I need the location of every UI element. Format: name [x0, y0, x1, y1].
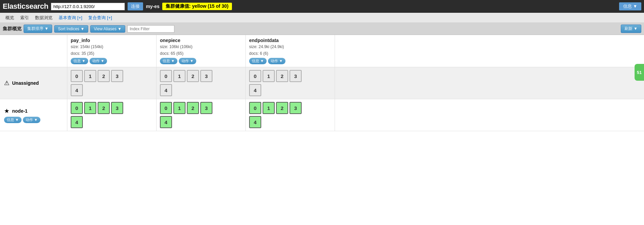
shard-box: 0: [249, 70, 261, 82]
shard-box: 2: [187, 102, 199, 114]
shard-box: 0: [71, 70, 83, 82]
app-title: Elasticsearch: [3, 2, 48, 11]
shard-box: 1: [173, 102, 185, 114]
node1-name: node-1: [12, 108, 28, 114]
health-badge: 集群健康值: yellow (15 of 30): [162, 3, 232, 10]
pay-info-node1-shards: 0 1 2 3 4: [67, 99, 157, 131]
pay-info-unassigned-shards: 0 1 2 3 4: [67, 67, 157, 99]
endpointdata-node1-secondary: 4: [249, 116, 331, 128]
shard-box: 0: [160, 102, 172, 114]
shard-box: 2: [187, 70, 199, 82]
nav-complex-query[interactable]: 复合查询 [+]: [86, 13, 114, 22]
pay-info-unassigned-primary: 0 1 2 3: [71, 70, 153, 82]
shard-box: 1: [263, 70, 275, 82]
top-bar: Elasticsearch 连接 my-es 集群健康值: yellow (15…: [0, 0, 644, 13]
shard-box: 3: [200, 102, 212, 114]
unassigned-node-cell: ⚠ Unassigned: [0, 67, 67, 99]
warning-icon: ⚠: [4, 79, 9, 87]
star-icon: ★: [4, 107, 9, 115]
shard-box: 4: [249, 116, 261, 128]
shard-box: 3: [290, 70, 302, 82]
shard-box: 0: [160, 70, 172, 82]
index-name-endpointdata: endpointdata: [249, 38, 331, 43]
index-actions-onepiece: 信息 ▼ 动作 ▼: [160, 58, 242, 64]
node-label-col: [0, 35, 67, 67]
node1-actions: 信息 ▼ 动作 ▼: [4, 117, 40, 123]
view-aliases-button[interactable]: View Aliases ▼: [90, 25, 125, 33]
connect-button[interactable]: 连接: [128, 2, 143, 10]
pay-info-action-btn[interactable]: 动作 ▼: [90, 58, 107, 64]
pay-info-node1-secondary: 4: [71, 116, 153, 128]
endpointdata-unassigned-secondary: 4: [249, 84, 331, 96]
onepiece-node1-primary: 0 1 2 3: [160, 102, 242, 114]
index-docs-onepiece: docs: 65 (65): [160, 50, 242, 57]
shard-box: 3: [111, 102, 123, 114]
shard-box: 1: [173, 70, 185, 82]
onepiece-unassigned-secondary: 4: [160, 84, 242, 96]
index-filter-input[interactable]: [127, 25, 174, 33]
shard-box: 4: [160, 84, 172, 96]
shard-box: 1: [84, 70, 96, 82]
shard-box: 4: [71, 84, 83, 96]
onepiece-unassigned-shards: 0 1 2 3 4: [157, 67, 246, 99]
nav-bar: 概览 索引 数据浏览 基本查询 [+] 复合查询 [+]: [0, 13, 644, 23]
pay-info-node1-primary: 0 1 2 3: [71, 102, 153, 114]
index-actions-endpointdata: 信息 ▼ 动作 ▼: [249, 58, 331, 64]
endpointdata-node1-primary: 0 1 2 3: [249, 102, 331, 114]
nav-overview[interactable]: 概览: [3, 13, 17, 22]
shard-box: 0: [71, 102, 83, 114]
shard-box: 4: [249, 84, 261, 96]
endpointdata-unassigned-shards: 0 1 2 3 4: [246, 67, 335, 99]
shard-box: 3: [111, 70, 123, 82]
index-name-onepiece: onepiece: [160, 38, 242, 43]
cluster-sort-button[interactable]: 集群排序 ▼: [24, 25, 52, 33]
onepiece-node1-secondary: 4: [160, 116, 242, 128]
node1-info-btn[interactable]: 信息 ▼: [4, 117, 22, 123]
partial-circle-badge: 51: [635, 64, 644, 81]
onepiece-node1-shards: 0 1 2 3 4: [157, 99, 246, 131]
index-actions-pay-info: 信息 ▼ 动作 ▼: [71, 58, 153, 64]
nav-index[interactable]: 索引: [18, 13, 32, 22]
shard-box: 4: [71, 116, 83, 128]
shard-box: 2: [98, 70, 110, 82]
shard-box: 2: [98, 102, 110, 114]
nav-basic-query[interactable]: 基本查询 [+]: [56, 13, 85, 22]
cluster-name: my-es: [146, 4, 159, 9]
index-size-pay-info: size: 154ki (154ki): [71, 44, 153, 50]
pay-info-unassigned-secondary: 4: [71, 84, 153, 96]
url-input[interactable]: [51, 3, 125, 10]
shard-box: 3: [200, 70, 212, 82]
index-name-pay-info: pay_info: [71, 38, 153, 43]
main-content: pay_info size: 154ki (154ki) docs: 35 (3…: [0, 35, 644, 225]
node1-row: ★ node-1 信息 ▼ 动作 ▼ 0 1 2 3: [0, 99, 644, 131]
nav-data-browser[interactable]: 数据浏览: [32, 13, 55, 22]
unassigned-label: Unassigned: [12, 80, 39, 86]
onepiece-info-btn[interactable]: 信息 ▼: [160, 58, 177, 64]
index-size-endpointdata: size: 24.9ki (24.9ki): [249, 44, 331, 50]
endpointdata-info-btn[interactable]: 信息 ▼: [249, 58, 267, 64]
shard-box: 0: [249, 102, 261, 114]
shard-box: 3: [290, 102, 302, 114]
index-col-endpointdata: endpointdata size: 24.9ki (24.9ki) docs:…: [246, 35, 335, 67]
refresh-button[interactable]: 刷新 ▼: [621, 25, 641, 33]
index-col-pay-info: pay_info size: 154ki (154ki) docs: 35 (3…: [67, 35, 157, 67]
onepiece-action-btn[interactable]: 动作 ▼: [179, 58, 196, 64]
shard-box: 2: [276, 102, 288, 114]
endpointdata-unassigned-primary: 0 1 2 3: [249, 70, 331, 82]
node1-cell: ★ node-1 信息 ▼ 动作 ▼: [0, 99, 67, 131]
pay-info-info-btn[interactable]: 信息 ▼: [71, 58, 88, 64]
index-docs-endpointdata: docs: 6 (6): [249, 50, 331, 57]
toolbar: 集群概览 集群排序 ▼ Sort Indices ▼ View Aliases …: [0, 23, 644, 35]
endpointdata-action-btn[interactable]: 动作 ▼: [268, 58, 285, 64]
index-col-onepiece: onepiece size: 106ki (106ki) docs: 65 (6…: [157, 35, 246, 67]
sort-indices-button[interactable]: Sort Indices ▼: [54, 25, 88, 33]
unassigned-row: ⚠ Unassigned 0 1 2 3 4: [0, 67, 644, 99]
index-docs-pay-info: docs: 35 (35): [71, 50, 153, 57]
onepiece-unassigned-primary: 0 1 2 3: [160, 70, 242, 82]
shard-box: 4: [160, 116, 172, 128]
shard-box: 1: [84, 102, 96, 114]
info-button[interactable]: 信息 ▼: [619, 2, 641, 10]
node1-action-btn[interactable]: 动作 ▼: [23, 117, 40, 123]
shard-box: 2: [276, 70, 288, 82]
shard-box: 1: [263, 102, 275, 114]
